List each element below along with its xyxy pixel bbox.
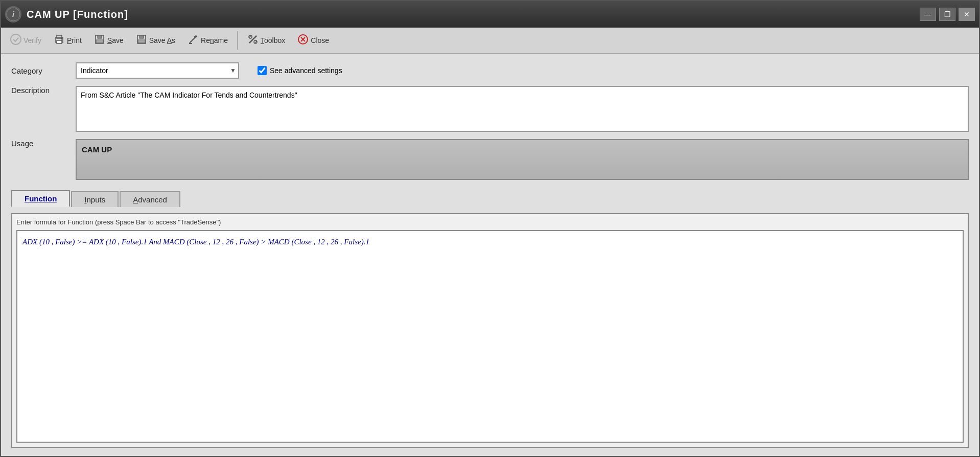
content-area: Category Indicator Function Signal Strat… xyxy=(1,54,979,456)
category-label: Category xyxy=(11,66,67,75)
print-label: Print xyxy=(67,36,82,44)
advanced-settings-checkbox[interactable] xyxy=(258,66,267,75)
save-as-icon xyxy=(136,34,147,48)
category-select[interactable]: Indicator Function Signal Strategy xyxy=(76,62,239,79)
usage-row: Usage CAM UP xyxy=(11,139,969,180)
rename-label: Rename xyxy=(201,36,228,44)
minimize-button[interactable]: — xyxy=(920,8,936,21)
verify-label: Verify xyxy=(24,36,41,44)
tab-function[interactable]: Function xyxy=(11,190,70,207)
description-textarea[interactable]: From S&C Article "The CAM Indicator For … xyxy=(76,86,969,132)
svg-rect-5 xyxy=(57,40,62,43)
category-row: Category Indicator Function Signal Strat… xyxy=(11,62,969,79)
window-title: CAM UP [Function] xyxy=(27,9,128,20)
save-as-button[interactable]: Save As xyxy=(131,32,180,50)
save-button[interactable]: Save xyxy=(89,32,129,50)
title-bar-left: i CAM UP [Function] xyxy=(5,6,128,22)
save-label: Save xyxy=(107,36,124,44)
svg-marker-13 xyxy=(194,35,197,38)
tab-inputs-label: Inputs xyxy=(84,195,105,204)
svg-rect-9 xyxy=(96,40,103,43)
tab-function-label: Function xyxy=(25,194,57,203)
usage-label: Usage xyxy=(11,139,67,148)
close-window-button[interactable]: ✕ xyxy=(959,8,975,21)
tab-inputs[interactable]: Inputs xyxy=(71,191,119,207)
restore-button[interactable]: ❐ xyxy=(939,8,955,21)
save-icon xyxy=(94,34,105,48)
tabs-container: Function Inputs Advanced xyxy=(11,189,969,206)
usage-field: CAM UP xyxy=(76,139,969,180)
save-as-label: Save As xyxy=(149,36,175,44)
title-bar-controls: — ❐ ✕ xyxy=(920,8,975,21)
svg-point-6 xyxy=(61,38,63,39)
svg-rect-8 xyxy=(98,35,102,38)
svg-rect-4 xyxy=(57,35,62,38)
rename-button[interactable]: Rename xyxy=(182,32,233,50)
formula-section: Enter formula for Function (press Space … xyxy=(11,213,969,448)
app-icon: i xyxy=(5,6,21,22)
category-select-wrapper: Indicator Function Signal Strategy ▼ xyxy=(76,62,239,79)
svg-rect-12 xyxy=(138,40,145,43)
verify-icon xyxy=(10,34,21,48)
close-icon xyxy=(297,34,309,48)
svg-line-15 xyxy=(249,36,256,43)
print-button[interactable]: Print xyxy=(49,32,87,50)
toolbox-icon xyxy=(247,34,259,48)
toolbox-button[interactable]: Toolbox xyxy=(242,32,290,50)
toolbar-separator xyxy=(237,31,238,50)
toolbar: Verify Print Save xyxy=(1,28,979,54)
description-label: Description xyxy=(11,86,67,95)
verify-button[interactable]: Verify xyxy=(5,32,46,50)
rename-icon xyxy=(188,34,199,48)
tab-advanced[interactable]: Advanced xyxy=(120,191,180,207)
advanced-settings-label[interactable]: See advanced settings xyxy=(270,66,342,75)
main-window: i CAM UP [Function] — ❐ ✕ Verify xyxy=(0,0,980,457)
formula-input[interactable]: ADX (10 , False) >= ADX (10 , False).1 A… xyxy=(16,230,964,443)
svg-rect-11 xyxy=(139,35,144,38)
toolbox-label: Toolbox xyxy=(261,36,285,44)
print-icon xyxy=(54,34,65,48)
description-row: Description From S&C Article "The CAM In… xyxy=(11,86,969,132)
tab-advanced-label: Advanced xyxy=(133,195,167,204)
svg-point-2 xyxy=(11,34,21,44)
usage-value: CAM UP xyxy=(82,145,112,154)
advanced-settings-group: See advanced settings xyxy=(258,66,342,75)
title-bar: i CAM UP [Function] — ❐ ✕ xyxy=(1,1,979,28)
close-button[interactable]: Close xyxy=(292,32,334,50)
close-label: Close xyxy=(311,36,329,44)
formula-hint: Enter formula for Function (press Space … xyxy=(16,218,964,226)
